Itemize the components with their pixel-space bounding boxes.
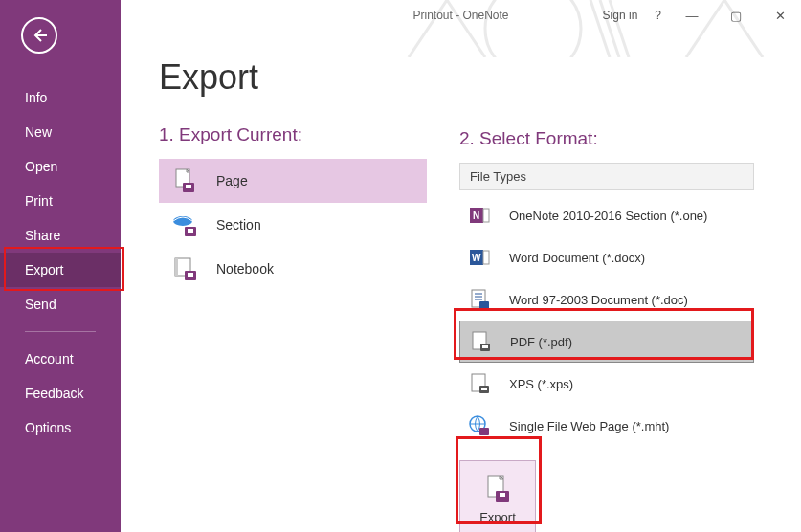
svg-rect-3 [186, 185, 191, 188]
format-label: Word Document (*.docx) [509, 251, 645, 265]
format-onenote-section[interactable]: N OneNote 2010-2016 Section (*.one) [459, 194, 754, 236]
nav-send[interactable]: Send [0, 287, 121, 321]
format-mht[interactable]: Single File Web Page (*.mht) [459, 405, 754, 447]
pdf-file-icon [468, 329, 493, 354]
format-label: Word 97-2003 Document (*.doc) [509, 293, 688, 307]
svg-text:W: W [472, 253, 481, 263]
format-label: PDF (*.pdf) [510, 335, 572, 349]
word-file-icon: W [467, 245, 492, 270]
format-pdf[interactable]: PDF (*.pdf) [459, 321, 754, 363]
export-option-section[interactable]: Section [159, 203, 427, 247]
svg-rect-32 [500, 493, 505, 497]
export-button[interactable]: Export [459, 460, 536, 532]
mht-file-icon [467, 413, 492, 438]
nav-print[interactable]: Print [0, 184, 121, 218]
export-option-page[interactable]: Page [159, 159, 427, 203]
select-format-label: 2. Select Format: [459, 128, 754, 149]
xps-file-icon [467, 371, 492, 396]
nav-account[interactable]: Account [0, 342, 121, 376]
nav-new[interactable]: New [0, 115, 121, 149]
format-word-docx[interactable]: W Word Document (*.docx) [459, 236, 754, 278]
export-button-label: Export [479, 510, 516, 524]
svg-rect-8 [175, 258, 178, 276]
nav-separator [25, 331, 96, 332]
page-title: Export [159, 57, 763, 98]
svg-rect-29 [479, 428, 489, 435]
back-button[interactable] [21, 17, 57, 54]
nav-feedback[interactable]: Feedback [0, 376, 121, 410]
export-option-label: Section [216, 217, 261, 233]
section-export-icon [170, 211, 199, 239]
nav-open[interactable]: Open [0, 149, 121, 184]
svg-rect-10 [188, 273, 193, 277]
svg-text:N: N [473, 211, 479, 221]
nav-options[interactable]: Options [0, 410, 121, 445]
format-label: OneNote 2010-2016 Section (*.one) [509, 209, 707, 223]
file-types-header: File Types [459, 163, 754, 190]
export-option-label: Page [216, 173, 248, 188]
svg-rect-13 [483, 209, 489, 222]
content-area: Export 1. Export Current: Page Section N… [121, 0, 801, 532]
svg-rect-27 [481, 388, 487, 390]
format-word-doc[interactable]: Word 97-2003 Document (*.doc) [459, 278, 754, 321]
format-label: Single File Web Page (*.mht) [509, 419, 669, 433]
export-option-notebook[interactable]: Notebook [159, 247, 427, 291]
export-current-column: 1. Export Current: Page Section Notebook [159, 124, 427, 291]
export-current-label: 1. Export Current: [159, 124, 427, 145]
format-label: XPS (*.xps) [509, 377, 573, 391]
select-format-column: 2. Select Format: File Types N OneNote 2… [459, 128, 754, 532]
backstage-sidebar: Info New Open Print Share Export Send Ac… [0, 0, 121, 532]
page-export-icon [170, 166, 199, 195]
svg-rect-16 [483, 251, 489, 264]
nav-share[interactable]: Share [0, 218, 121, 253]
onenote-file-icon: N [467, 203, 492, 228]
export-option-label: Notebook [216, 261, 274, 277]
export-action-icon [482, 474, 513, 504]
svg-rect-24 [482, 345, 488, 348]
notebook-export-icon [170, 255, 199, 283]
format-xps[interactable]: XPS (*.xps) [459, 363, 754, 405]
nav-info[interactable]: Info [0, 80, 121, 115]
nav-export[interactable]: Export [0, 253, 121, 287]
svg-rect-6 [188, 229, 193, 233]
svg-rect-21 [479, 301, 489, 309]
doc-file-icon [467, 287, 492, 312]
